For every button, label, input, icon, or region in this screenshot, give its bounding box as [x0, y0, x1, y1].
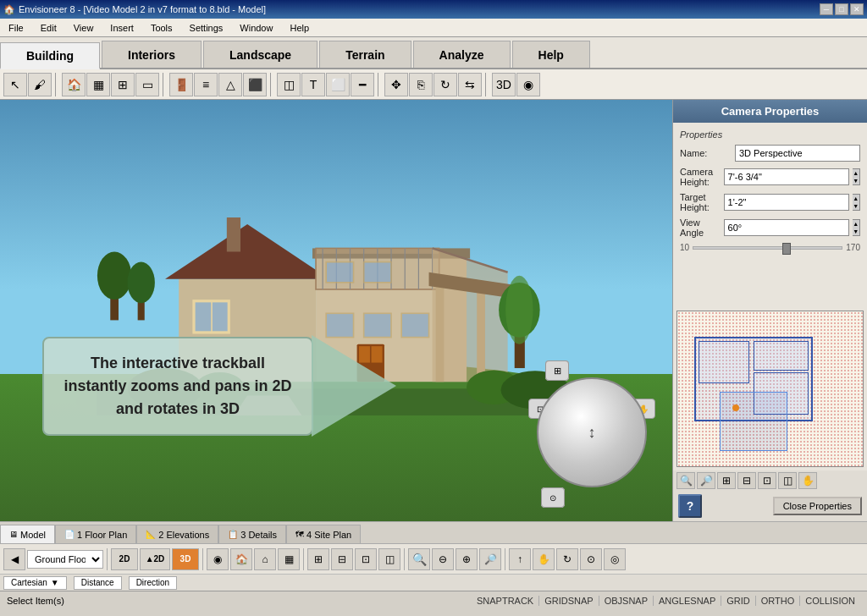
view-angle-slider[interactable] [693, 246, 842, 250]
menu-settings[interactable]: Settings [185, 21, 229, 35]
anglesnap-status[interactable]: ANGLESNAP [654, 596, 721, 606]
cartesian-dropdown-icon[interactable]: ▼ [51, 578, 59, 587]
text-tool[interactable]: T [301, 73, 325, 96]
view-btn-1[interactable]: ⊞ [307, 548, 329, 570]
view-a2d-button[interactable]: ▲2D [140, 548, 170, 570]
view-tool-2[interactable]: ⊡ [758, 472, 776, 489]
fit-tool[interactable]: ⊞ [717, 472, 736, 489]
camera-height-spin[interactable]: ▲ ▼ [853, 168, 860, 185]
trackball-btn-extra[interactable]: ⊙ [541, 487, 565, 508]
menu-insert[interactable]: Insert [105, 21, 139, 35]
spin-down-icon[interactable]: ▼ [853, 177, 859, 184]
render-tool[interactable]: ◉ [516, 73, 540, 96]
door-tool[interactable]: 🚪 [169, 73, 193, 96]
view-3d-button[interactable]: 3D [172, 548, 199, 570]
spin-down-icon-3[interactable]: ▼ [853, 228, 859, 235]
spin-up-icon-2[interactable]: ▲ [853, 195, 859, 202]
tab-model[interactable]: 🖥 Model [0, 525, 55, 543]
zoom-out-btn[interactable]: ⊖ [432, 548, 454, 570]
house-tool[interactable]: 🏠 [62, 73, 86, 96]
objsnap-status[interactable]: OBJSNAP [599, 596, 654, 606]
view-btn-2[interactable]: ⊟ [331, 548, 353, 570]
close-button[interactable]: ✕ [850, 3, 864, 15]
view-2d-button[interactable]: 2D [111, 548, 138, 570]
render-btn-2[interactable]: 🏠 [230, 548, 252, 570]
ceiling-tool[interactable]: ⬛ [243, 73, 267, 96]
menu-file[interactable]: File [3, 21, 29, 35]
floor-prev-button[interactable]: ◀ [3, 548, 25, 570]
view-angle-input[interactable] [724, 219, 849, 236]
nav-btn-5[interactable]: ◎ [604, 548, 626, 570]
nav-btn-4[interactable]: ⊙ [580, 548, 602, 570]
spin-up-icon-3[interactable]: ▲ [853, 220, 859, 228]
trackball[interactable]: 3D 📊 ⊞ ⊡ ✋ ↕ ⊕ 🌐 ⊙ [528, 360, 655, 487]
name-input[interactable] [735, 145, 860, 162]
floor-tool[interactable]: ⊞ [111, 73, 135, 96]
view-btn-4[interactable]: ◫ [378, 548, 400, 570]
spin-down-icon-2[interactable]: ▼ [853, 202, 859, 210]
camera-height-input[interactable] [724, 168, 849, 185]
slider-thumb[interactable] [782, 243, 791, 255]
help-button[interactable]: ? [678, 494, 702, 518]
view-tool-3[interactable]: ◫ [778, 472, 797, 489]
tab-details[interactable]: 📋 3 Details [218, 525, 286, 543]
nav-btn-3[interactable]: ↻ [556, 548, 578, 570]
menu-help[interactable]: Help [284, 21, 314, 35]
roof-tool[interactable]: △ [218, 73, 242, 96]
zoom-window-btn[interactable]: 🔎 [479, 548, 501, 570]
target-height-spin[interactable]: ▲ ▼ [853, 194, 860, 211]
render-btn-4[interactable]: ▦ [278, 548, 300, 570]
tab-site-plan[interactable]: 🗺 4 Site Plan [286, 525, 361, 543]
pan-tool[interactable]: ✋ [798, 472, 817, 489]
snaptrack-status[interactable]: SNAPTRACK [472, 596, 539, 606]
view-btn-3[interactable]: ⊡ [355, 548, 377, 570]
zoom-out-tool[interactable]: 🔎 [697, 472, 715, 489]
stairs-tool[interactable]: ≡ [194, 73, 218, 96]
spin-up-icon[interactable]: ▲ [853, 169, 859, 177]
render-btn-3[interactable]: ⌂ [254, 548, 276, 570]
tab-help[interactable]: Help [512, 41, 590, 68]
window-tool[interactable]: ▭ [135, 73, 159, 96]
rotate-tool[interactable]: ↻ [434, 73, 457, 96]
nav-btn-2[interactable]: ✋ [533, 548, 555, 570]
wall-tool[interactable]: ▦ [86, 73, 110, 96]
select-tool[interactable]: ↖ [3, 73, 27, 96]
close-properties-button[interactable]: Close Properties [773, 497, 862, 515]
view-angle-spin[interactable]: ▲ ▼ [853, 219, 860, 236]
collision-status[interactable]: COLLISION [800, 596, 860, 606]
dimension-tool[interactable]: ◫ [277, 73, 301, 96]
trackball-btn-grid[interactable]: ⊞ [545, 360, 569, 381]
target-height-input[interactable] [724, 194, 849, 211]
copy-tool[interactable]: ⎘ [409, 73, 433, 96]
move-tool[interactable]: ✥ [384, 73, 408, 96]
grid-status[interactable]: GRID [721, 596, 756, 606]
column-tool[interactable]: ⬜ [326, 73, 350, 96]
3d-tool[interactable]: 3D [492, 73, 516, 96]
tab-analyze[interactable]: Analyze [413, 41, 511, 68]
tab-terrain[interactable]: Terrain [319, 41, 411, 68]
tab-interiors[interactable]: Interiors [102, 41, 202, 68]
nav-btn-1[interactable]: ↑ [509, 548, 531, 570]
zoom-in-btn[interactable]: 🔍 [408, 548, 430, 570]
menu-tools[interactable]: Tools [146, 21, 178, 35]
zoom-fit-btn[interactable]: ⊕ [456, 548, 478, 570]
menu-window[interactable]: Window [235, 21, 278, 35]
menu-edit[interactable]: Edit [36, 21, 62, 35]
zoom-in-tool[interactable]: 🔍 [676, 472, 695, 489]
ortho-status[interactable]: ORTHO [756, 596, 801, 606]
minimize-button[interactable]: ─ [820, 3, 833, 15]
view-tool-1[interactable]: ⊟ [737, 472, 756, 489]
beam-tool[interactable]: ━ [351, 73, 374, 96]
tab-building[interactable]: Building [0, 42, 100, 69]
render-btn-1[interactable]: ◉ [207, 548, 229, 570]
titlebar-controls[interactable]: ─ □ ✕ [820, 3, 864, 15]
floor-select[interactable]: Ground Floor [27, 550, 103, 569]
tab-landscape[interactable]: Landscape [203, 41, 318, 68]
menu-view[interactable]: View [69, 21, 99, 35]
trackball-circle[interactable]: ↕ [537, 377, 647, 487]
tab-floor-plan[interactable]: 📄 1 Floor Plan [55, 525, 136, 543]
viewport[interactable]: The interactive trackball instantly zoom… [0, 100, 672, 521]
paint-tool[interactable]: 🖌 [28, 73, 52, 96]
maximize-button[interactable]: □ [835, 3, 848, 15]
tab-elevations[interactable]: 📐 2 Elevations [136, 525, 218, 543]
